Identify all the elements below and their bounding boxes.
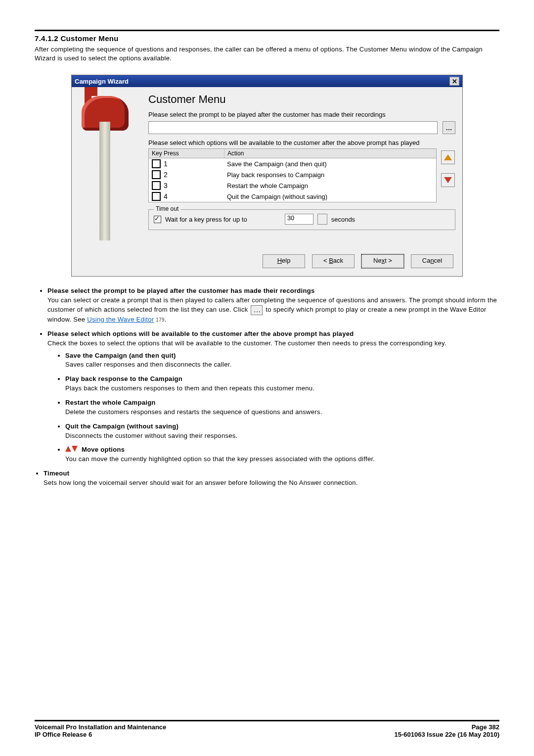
timeout-fieldset: Time out Wait for a key press for up to … [148,209,455,230]
move-up-button[interactable] [441,150,455,164]
section-title: Customer Menu [60,34,118,43]
action-value: Restart the whole Campaign [224,181,436,190]
timeout-legend: Time out [154,205,180,212]
col-keypress: Key Press [149,149,224,158]
body-copy: Please select the prompt to be played af… [35,286,499,487]
sub-text: Saves caller responses and then disconne… [65,361,232,368]
move-down-button[interactable] [441,173,455,187]
browse-prompt-button[interactable]: … [443,121,455,134]
wizard-graphic [72,87,148,245]
footer-left-1: Voicemail Pro Installation and Maintenan… [35,723,166,731]
sub-title: Move options [82,446,125,453]
sub-text: Delete the customers responses and resta… [65,408,322,416]
keypress-value: 1 [164,160,168,168]
intro-paragraph: After completing the sequence of questio… [35,45,499,63]
dialog-titlebar: Campaign Wizard ✕ [72,75,462,87]
section-number: 7.4.1.2 [35,34,58,43]
prompt-field[interactable] [148,121,438,134]
page-ref: 179 [156,317,165,323]
footer-left-2: IP Office Release 6 [35,731,92,738]
para-title: Timeout [44,470,69,477]
timeout-label: Wait for a key press for up to [165,216,247,223]
timeout-input[interactable]: 30 [285,214,313,225]
footer-right-1: Page 382 [472,723,499,731]
checkbox[interactable] [152,181,161,190]
browse-icon [251,305,263,315]
table-row[interactable]: 2 Play back responses to Campaign [149,169,436,180]
top-rule [35,30,499,31]
sub-title: Quit the Campaign (without saving) [65,423,178,430]
next-button[interactable]: Next > [361,254,404,268]
table-row[interactable]: 3 Restart the whole Campaign [149,180,436,191]
move-arrows-icon [65,445,78,455]
para-text: Sets how long the voicemail server shoul… [44,479,358,486]
checkbox[interactable] [152,159,161,168]
keypress-value: 3 [164,182,168,189]
mailbox-icon [77,92,131,240]
prompt-select-label: Please select the prompt to be played af… [148,111,455,118]
sub-text: Disconnects the customer without saving … [65,432,237,439]
dialog-heading: Customer Menu [148,93,455,106]
timeout-spin[interactable] [317,214,327,225]
action-value: Save the Campaign (and then quit) [224,159,436,169]
keypress-value: 4 [164,192,168,200]
options-label: Please select which options will be avai… [148,139,455,146]
timeout-unit: seconds [331,216,355,223]
keypress-value: 2 [164,171,168,179]
checkbox[interactable] [152,170,161,179]
sub-title: Play back response to the Campaign [65,375,182,382]
close-icon[interactable]: ✕ [449,77,459,86]
wave-editor-link[interactable]: Using the Wave Editor [87,316,154,323]
timeout-checkbox[interactable] [154,216,161,223]
page-footer: Voicemail Pro Installation and Maintenan… [35,720,499,738]
campaign-wizard-dialog: Campaign Wizard ✕ Customer Menu Please s… [71,75,463,277]
checkbox[interactable] [152,192,161,201]
sub-text: You can move the currently highlighted o… [65,455,375,463]
back-button[interactable]: < Back [312,254,355,268]
section-heading: 7.4.1.2 Customer Menu [35,34,499,43]
action-value: Play back responses to Campaign [224,170,436,180]
sub-text: Plays back the customers responses to th… [65,384,314,392]
action-value: Quit the Campaign (without saving) [224,192,436,201]
dialog-title: Campaign Wizard [75,78,449,85]
arrow-up-icon [444,154,452,160]
col-action: Action [224,149,436,158]
sub-title: Restart the whole Campaign [65,399,156,406]
para-title: Please select the prompt to be played af… [47,287,314,294]
cancel-button[interactable]: Cancel [411,254,453,268]
footer-right-2: 15-601063 Issue 22e (16 May 2010) [395,731,500,738]
table-row[interactable]: 4 Quit the Campaign (without saving) [149,191,436,202]
help-button[interactable]: Help [263,254,305,268]
sub-title: Save the Campaign (and then quit) [65,352,176,359]
table-row[interactable]: 1 Save the Campaign (and then quit) [149,158,436,169]
arrow-down-icon [444,177,452,183]
para-title: Please select which options will be avai… [47,330,354,337]
options-header: Key Press Action [148,148,437,158]
document-page: 7.4.1.2 Customer Menu After completing t… [0,0,534,756]
para-text: Check the boxes to select the options th… [47,339,446,347]
